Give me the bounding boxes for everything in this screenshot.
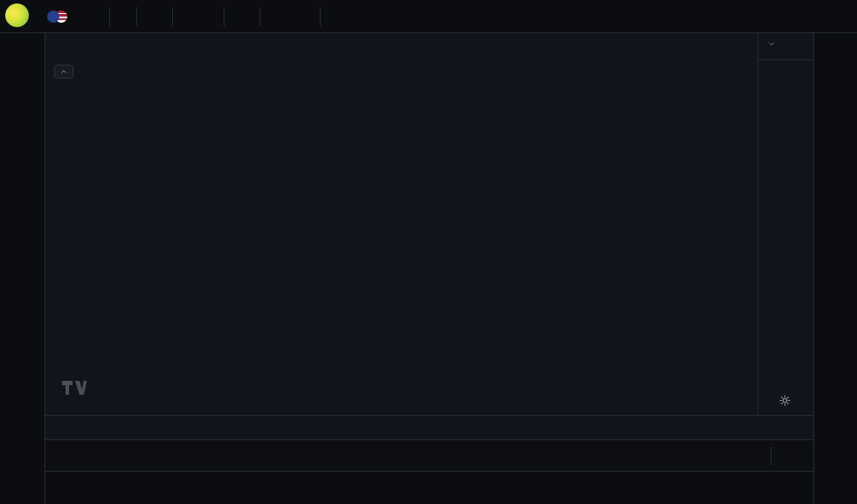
drawing-toolbar: [0, 33, 45, 504]
right-sidebar: [813, 33, 857, 504]
multichart-layout-icon[interactable]: [230, 4, 254, 29]
separator: [758, 59, 813, 60]
chart-legend: [54, 40, 73, 79]
layout-box-icon: [771, 4, 796, 29]
undo-icon[interactable]: [326, 4, 350, 29]
user-avatar: [5, 3, 29, 27]
separator: [172, 7, 173, 26]
indicator-ema-1[interactable]: [54, 48, 67, 50]
go-to-date-icon[interactable]: [58, 444, 82, 468]
range-toolbar: [45, 439, 813, 471]
tradingview-app: [0, 0, 857, 504]
separator: [259, 7, 260, 26]
panel-maximize-icon[interactable]: [780, 476, 805, 501]
alert-icon[interactable]: [266, 4, 290, 29]
chevron-down-icon: [767, 39, 776, 48]
redo-icon[interactable]: [350, 4, 375, 29]
aud-flag-icon: [47, 10, 59, 23]
price-chart[interactable]: [45, 33, 757, 415]
bar-replay-icon[interactable]: [290, 4, 314, 29]
separator: [224, 7, 225, 26]
bottom-panel: [45, 471, 813, 504]
legend-collapse-button[interactable]: [54, 65, 73, 79]
axis-settings-gear-icon[interactable]: [778, 393, 795, 411]
price-axis-currency[interactable]: [765, 39, 776, 48]
layout-menu-button[interactable]: [768, 3, 822, 31]
separator: [136, 7, 137, 26]
layout-chevron-icon: [803, 4, 819, 29]
chart-column: [45, 33, 813, 504]
interval-menu-chevron-icon[interactable]: [115, 4, 131, 29]
add-symbol-icon[interactable]: [79, 4, 104, 29]
time-axis[interactable]: [45, 415, 813, 439]
log-scale-button[interactable]: [785, 453, 794, 459]
separator: [320, 7, 321, 26]
percent-scale-button[interactable]: [777, 453, 785, 459]
chart-style-chevron-icon[interactable]: [203, 4, 218, 29]
price-axis[interactable]: [757, 33, 813, 415]
main-row: [0, 33, 857, 504]
compare-icon[interactable]: [142, 4, 167, 29]
symbol-search-button[interactable]: [40, 7, 79, 26]
panel-expand-chevron-icon[interactable]: [747, 476, 771, 501]
separator: [771, 446, 771, 466]
top-toolbar: [0, 0, 857, 33]
tradingview-logo[interactable]: [61, 379, 87, 400]
separator: [109, 7, 110, 26]
currency-pair-flags-icon: [47, 10, 67, 23]
chart-style-icon[interactable]: [178, 4, 203, 29]
indicator-ema-2[interactable]: [54, 56, 67, 58]
user-menu-button[interactable]: [5, 3, 31, 30]
candlestick-canvas[interactable]: [45, 33, 757, 415]
search-icon[interactable]: [826, 4, 850, 29]
auto-scale-button[interactable]: [794, 453, 803, 459]
chart-area: [45, 33, 813, 415]
